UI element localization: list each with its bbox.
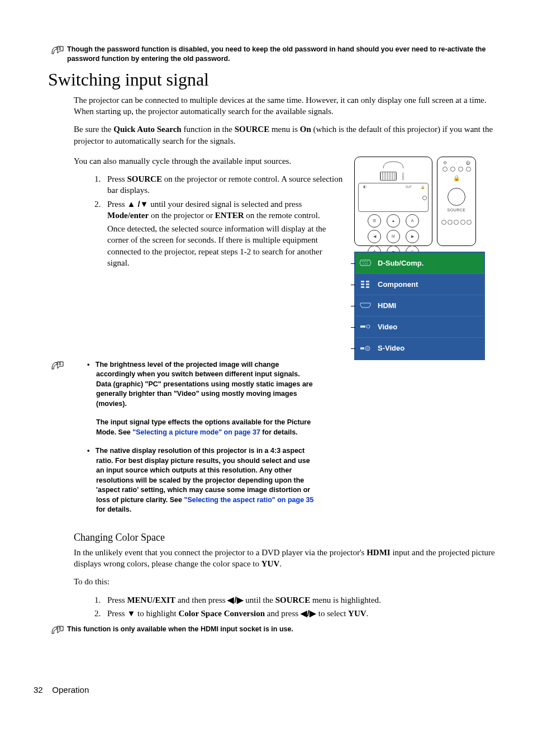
intro-para-2: Be sure the Quick Auto Search function i… [74,124,499,147]
svideo-icon [359,344,372,352]
ccs-para: In the unlikely event that you connect t… [74,547,499,570]
page-title: Switching input signal [48,69,499,90]
note-aspect: • The native display resolution of this … [87,446,316,515]
projector-panel-illustration: beno 🔒 DLP ◐ ☰ ▲ A [354,157,432,246]
power-icon: ⏻ [465,160,470,166]
page-footer: 32 Operation [34,685,499,694]
source-item-dsub: D-Sub/Comp. [355,253,484,274]
video-icon [359,323,372,330]
subheading-color-space: Changing Color Space [74,532,499,544]
ccs-step-1: Press MENU/EXIT and then press ◀/▶ until… [103,594,499,606]
svg-point-17 [367,347,367,348]
panel-up-button: ▲ [387,214,400,228]
panel-right-button: ▶ [406,230,419,243]
source-item-svideo: S-Video [355,338,484,359]
svg-point-6 [365,263,366,264]
source-item-video: Video [355,316,484,338]
panel-mode-button: M [387,230,400,243]
ccs-step-2: Press ▼ to highlight Color Space Convers… [103,608,499,619]
svg-text:3: 3 [59,626,61,630]
page-number: 32 [34,685,43,694]
svg-point-18 [368,347,368,348]
svg-point-1 [362,261,363,262]
hdmi-only-note: 3 This function is only available when t… [51,625,499,635]
steps-list: Press SOURCE on the projector or remote … [74,173,343,268]
svg-rect-8 [361,281,364,282]
ccs-todo: To do this: [74,576,499,587]
svg-point-3 [365,261,367,262]
svg-rect-9 [366,281,369,282]
svg-point-4 [367,261,368,262]
password-note: 3 Though the password function is disabl… [51,45,499,64]
source-item-label: Video [378,323,397,331]
source-item-label: D-Sub/Comp. [378,259,423,267]
note-brightness: • The brightness level of the projected … [87,360,316,409]
intro-para-1: The projector can be connected to multip… [74,94,499,117]
note-icon: 3 [51,626,64,635]
svg-text:3: 3 [59,362,61,366]
component-icon [359,280,372,288]
panel-menu-button: ☰ [368,214,381,228]
svg-point-20 [368,348,368,349]
link-picture-mode[interactable]: "Selecting a picture mode" on page 37 [132,428,260,436]
svg-rect-12 [361,286,364,288]
svg-rect-10 [361,284,364,285]
password-note-text: Though the password function is disabled… [67,45,499,64]
source-menu: D-Sub/Comp. Component HDMI [354,252,485,360]
svg-rect-21 [360,347,364,349]
note-picture-mode: The input signal type effects the option… [87,418,316,437]
remote-source-label: SOURCE [441,208,472,212]
svg-point-19 [367,348,367,349]
svg-point-5 [363,263,364,264]
svg-text:3: 3 [59,46,61,50]
svg-rect-13 [366,286,369,288]
step-1: Press SOURCE on the projector or remote … [103,173,343,196]
remote-source-button [448,188,465,206]
ccs-steps: Press MENU/EXIT and then press ◀/▶ until… [74,594,499,620]
intro-para-3: You can also manually cycle through the … [74,155,343,167]
hdmi-icon [359,301,372,309]
svg-rect-15 [360,325,365,328]
source-item-label: HDMI [378,301,396,310]
svg-point-14 [367,325,370,328]
source-item-component: Component [355,274,484,295]
gear-icon: ⚙ [443,160,447,166]
svg-point-2 [364,261,365,262]
dsub-icon [359,259,372,267]
panel-auto-button: A [406,214,419,228]
source-item-label: S-Video [378,344,404,352]
source-item-label: Component [378,280,418,289]
panel-left-button: ◀ [368,230,381,243]
svg-point-7 [367,263,368,264]
svg-rect-11 [366,284,369,285]
link-aspect-ratio[interactable]: "Selecting the aspect ratio" on page 35 [184,496,313,504]
remote-illustration: ⚙ · ⏻ 🔒 SOURCE [437,157,476,246]
note-icon: 3 [51,46,64,55]
note-icon: 3 [51,361,64,370]
source-item-hdmi: HDMI [355,295,484,316]
brightness-note: 3 • The brightness level of the projecte… [51,360,499,524]
section-name: Operation [52,685,89,694]
step-2: Press ▲ /▼ until your desired signal is … [103,199,343,269]
lock-icon: 🔒 [441,175,472,181]
svg-point-16 [365,346,370,351]
